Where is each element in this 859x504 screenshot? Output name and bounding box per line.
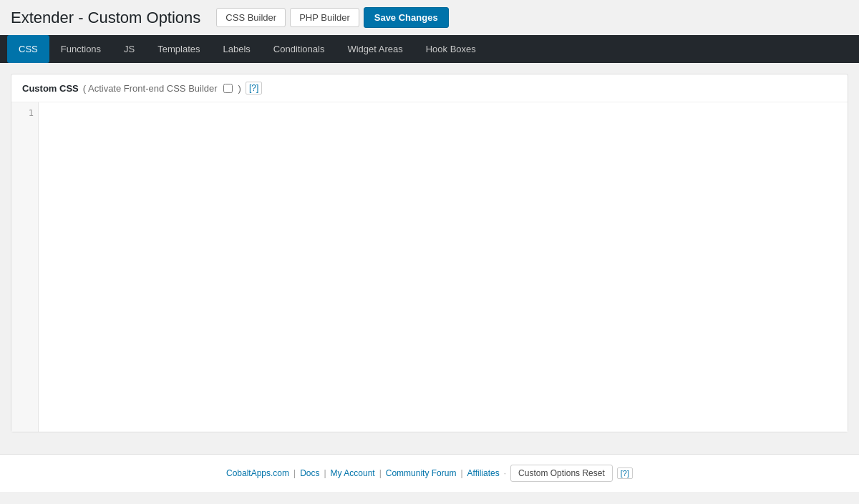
close-paren: ) [238, 83, 241, 94]
tab-widget-areas[interactable]: Widget Areas [336, 35, 414, 63]
panel-header: Custom CSS ( Activate Front-end CSS Buil… [11, 74, 848, 102]
docs-link[interactable]: Docs [300, 468, 319, 478]
tab-css[interactable]: CSS [7, 35, 49, 63]
footer-sep4: | [460, 468, 462, 478]
css-editor[interactable] [39, 102, 848, 432]
php-builder-button[interactable]: PHP Builder [290, 8, 359, 27]
panel-title: Custom CSS [22, 83, 79, 94]
tab-functions[interactable]: Functions [49, 35, 112, 63]
tab-templates[interactable]: Templates [146, 35, 211, 63]
tab-hook-boxes[interactable]: Hook Boxes [414, 35, 487, 63]
tab-js[interactable]: JS [112, 35, 146, 63]
line-number-1: 1 [29, 108, 34, 118]
custom-options-reset-button[interactable]: Custom Options Reset [510, 465, 613, 482]
footer-sep2: | [324, 468, 326, 478]
page-title: Extender - Custom Options [11, 9, 200, 27]
footer-help-link[interactable]: [?] [617, 467, 633, 479]
footer-sep3: | [379, 468, 382, 478]
community-forum-link[interactable]: Community Forum [386, 468, 457, 478]
editor-wrapper: 1 [11, 102, 848, 432]
page-header: Extender - Custom Options CSS Builder PH… [0, 0, 859, 35]
header-buttons: CSS Builder PHP Builder Save Changes [216, 7, 448, 28]
footer-sep5: · [504, 468, 506, 478]
main-content: Custom CSS ( Activate Front-end CSS Buil… [0, 63, 859, 454]
css-help-link[interactable]: [?] [246, 82, 262, 94]
nav-tabs: CSS Functions JS Templates Labels Condit… [0, 35, 859, 63]
page-footer: CobaltApps.com | Docs | My Account | Com… [0, 454, 859, 492]
footer-sep1: | [293, 468, 296, 478]
line-numbers: 1 [11, 102, 39, 432]
my-account-link[interactable]: My Account [331, 468, 375, 478]
tab-conditionals[interactable]: Conditionals [262, 35, 336, 63]
css-builder-button[interactable]: CSS Builder [216, 8, 286, 27]
tab-labels[interactable]: Labels [212, 35, 262, 63]
affiliates-link[interactable]: Affiliates [467, 468, 500, 478]
save-changes-button[interactable]: Save Changes [364, 7, 449, 28]
cobalt-apps-link[interactable]: CobaltApps.com [226, 468, 289, 478]
activate-text: ( Activate Front-end CSS Builder [83, 83, 218, 94]
activate-css-builder-checkbox[interactable] [223, 84, 233, 93]
custom-css-panel: Custom CSS ( Activate Front-end CSS Buil… [11, 74, 848, 432]
